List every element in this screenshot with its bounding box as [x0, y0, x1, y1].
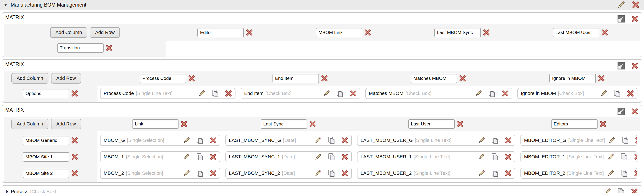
field-cell[interactable]: MBOM_1 [Single Selection] — [100, 151, 220, 162]
edit-field-icon[interactable] — [608, 136, 616, 144]
field-cell[interactable]: MBOM_EDITOR_2 [Single Line Text] — [520, 168, 638, 179]
edit-field-icon[interactable] — [607, 169, 615, 177]
delete-column-icon[interactable] — [188, 74, 196, 82]
field-cell-is-process[interactable]: Is Process [Check Box] — [2, 185, 642, 193]
delete-field-icon[interactable] — [634, 136, 638, 144]
delete-field-icon[interactable] — [349, 89, 357, 97]
edit-field-icon[interactable] — [478, 136, 486, 144]
edit-field-icon[interactable] — [182, 153, 190, 161]
field-cell[interactable]: Process Code [Single Line Text] — [100, 88, 236, 99]
field-cell[interactable]: MBOM_EDITOR_1 [Single Line Text] — [520, 151, 638, 162]
copy-field-icon[interactable] — [328, 136, 335, 144]
add-column-button[interactable]: Add Column — [50, 27, 87, 38]
delete-column-icon[interactable] — [309, 120, 316, 128]
delete-field-icon[interactable] — [224, 89, 232, 97]
copy-field-icon[interactable] — [196, 169, 204, 177]
copy-field-icon[interactable] — [328, 169, 335, 177]
delete-field-icon[interactable] — [341, 153, 349, 161]
edit-field-icon[interactable] — [198, 89, 206, 97]
add-column-button[interactable]: Add Column — [12, 119, 48, 129]
copy-field-icon[interactable] — [491, 169, 499, 177]
delete-field-icon[interactable] — [209, 169, 217, 177]
field-cell[interactable]: MBOM_G [Single Selection] — [100, 135, 220, 146]
copy-field-icon[interactable] — [617, 188, 625, 193]
field-cell[interactable]: LAST_MBOM_SYNC_2 [Date] — [226, 168, 352, 179]
field-cell[interactable]: MBOM_EDITOR_G [Single Line Text] — [520, 135, 638, 146]
edit-section-icon[interactable] — [617, 1, 626, 9]
delete-field-icon[interactable] — [341, 169, 349, 177]
add-row-button[interactable]: Add Row — [51, 119, 81, 129]
delete-column-icon[interactable] — [599, 120, 607, 128]
column-name-input[interactable] — [261, 119, 307, 129]
copy-field-icon[interactable] — [491, 153, 499, 161]
delete-field-icon[interactable] — [341, 136, 349, 144]
add-row-button[interactable]: Add Row — [51, 73, 81, 84]
delete-field-icon[interactable] — [504, 169, 512, 177]
row-name-input[interactable] — [23, 152, 69, 162]
delete-column-icon[interactable] — [601, 29, 609, 36]
accordion-header[interactable]: ▼ Manufacturing BOM Management — [0, 0, 644, 10]
add-column-button[interactable]: Add Column — [12, 73, 48, 84]
delete-field-icon[interactable] — [504, 153, 512, 161]
edit-field-icon[interactable] — [607, 153, 615, 161]
delete-matrix-icon[interactable] — [631, 62, 639, 70]
delete-column-icon[interactable] — [597, 74, 605, 82]
delete-column-icon[interactable] — [245, 29, 253, 36]
delete-field-icon[interactable] — [626, 89, 634, 97]
column-name-input[interactable] — [553, 28, 599, 37]
delete-column-icon[interactable] — [180, 120, 188, 128]
edit-field-icon[interactable] — [474, 89, 482, 97]
field-cell[interactable]: End Item [Check Box] — [241, 88, 360, 99]
copy-field-icon[interactable] — [491, 136, 499, 144]
delete-section-icon[interactable] — [631, 1, 640, 9]
column-name-input[interactable] — [551, 119, 598, 129]
copy-field-icon[interactable] — [620, 153, 628, 161]
edit-field-icon[interactable] — [314, 136, 322, 144]
row-name-input[interactable] — [23, 136, 69, 145]
delete-field-icon[interactable] — [209, 136, 217, 144]
delete-field-icon[interactable] — [630, 188, 638, 193]
column-name-input[interactable] — [549, 74, 596, 83]
column-name-input[interactable] — [140, 74, 186, 83]
edit-field-icon[interactable] — [314, 153, 322, 161]
column-name-input[interactable] — [272, 74, 319, 83]
field-cell[interactable]: MBOM_2 [Single Selection] — [100, 168, 220, 179]
edit-field-icon[interactable] — [314, 169, 322, 177]
delete-column-icon[interactable] — [364, 29, 372, 36]
collapse-triangle-icon[interactable]: ▼ — [4, 3, 8, 7]
copy-field-icon[interactable] — [211, 89, 219, 97]
column-name-input[interactable] — [408, 119, 455, 129]
delete-matrix-icon[interactable] — [631, 15, 639, 23]
copy-field-icon[interactable] — [336, 89, 344, 97]
resize-corner-icon[interactable] — [617, 15, 625, 23]
resize-corner-icon[interactable] — [617, 62, 625, 70]
delete-field-icon[interactable] — [634, 153, 638, 161]
field-cell[interactable]: LAST_MBOM_USER_1 [Single Line Text] — [357, 151, 515, 162]
edit-field-icon[interactable] — [182, 136, 190, 144]
delete-field-icon[interactable] — [501, 89, 509, 97]
edit-field-icon[interactable] — [322, 89, 330, 97]
edit-field-icon[interactable] — [478, 169, 486, 177]
edit-field-icon[interactable] — [182, 169, 190, 177]
delete-row-icon[interactable] — [71, 153, 79, 161]
delete-matrix-icon[interactable] — [631, 107, 639, 115]
add-row-button[interactable]: Add Row — [90, 27, 120, 38]
delete-row-icon[interactable] — [71, 169, 79, 177]
field-cell[interactable]: Matches MBOM [Check Box] — [365, 88, 512, 99]
delete-column-icon[interactable] — [456, 120, 464, 128]
copy-field-icon[interactable] — [488, 89, 496, 97]
delete-row-icon[interactable] — [71, 136, 79, 144]
field-cell[interactable]: LAST_MBOM_USER_G [Single Line Text] — [357, 135, 515, 146]
delete-field-icon[interactable] — [504, 136, 512, 144]
copy-field-icon[interactable] — [613, 89, 621, 97]
row-name-input[interactable] — [23, 169, 69, 178]
edit-field-icon[interactable] — [478, 153, 486, 161]
copy-field-icon[interactable] — [196, 153, 204, 161]
field-cell[interactable]: LAST_MBOM_SYNC_G [Date] — [226, 135, 352, 146]
copy-field-icon[interactable] — [328, 153, 335, 161]
row-name-input[interactable] — [57, 43, 104, 53]
delete-column-icon[interactable] — [482, 29, 490, 36]
column-name-input[interactable] — [434, 28, 481, 37]
delete-row-icon[interactable] — [71, 89, 79, 97]
edit-field-icon[interactable] — [600, 89, 608, 97]
